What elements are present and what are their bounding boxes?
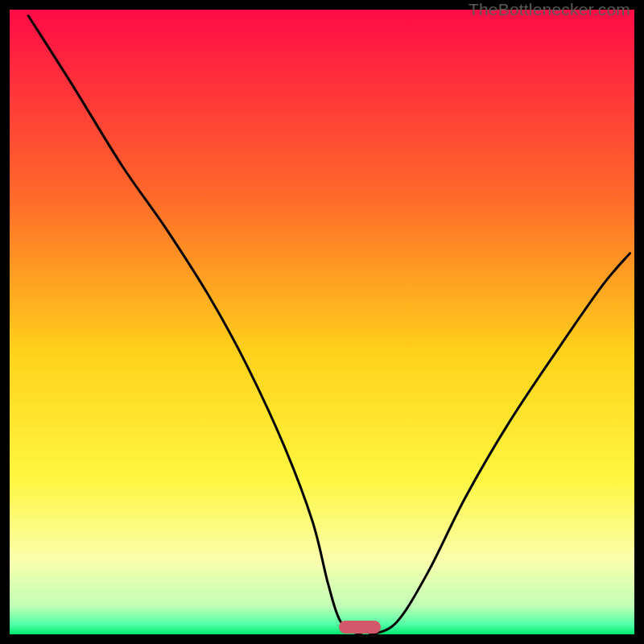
gradient-background <box>10 10 634 634</box>
optimal-marker <box>339 621 381 634</box>
watermark-text: TheBottlenecker.com <box>469 0 630 19</box>
chart-frame: TheBottlenecker.com <box>0 0 644 644</box>
bottleneck-gradient-plot <box>10 10 634 634</box>
